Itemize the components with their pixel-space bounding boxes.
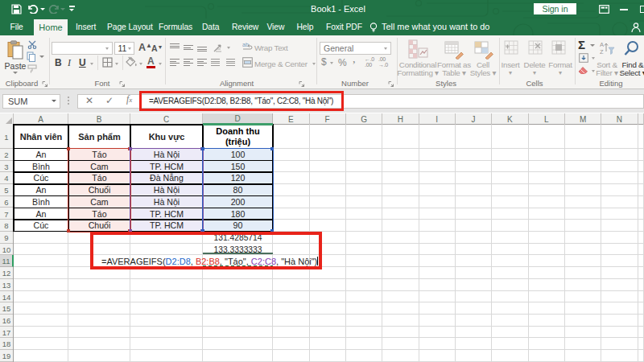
svg-text:Z: Z [600, 48, 604, 56]
svg-text:ab: ab [242, 42, 249, 47]
svg-text:A: A [600, 41, 604, 48]
